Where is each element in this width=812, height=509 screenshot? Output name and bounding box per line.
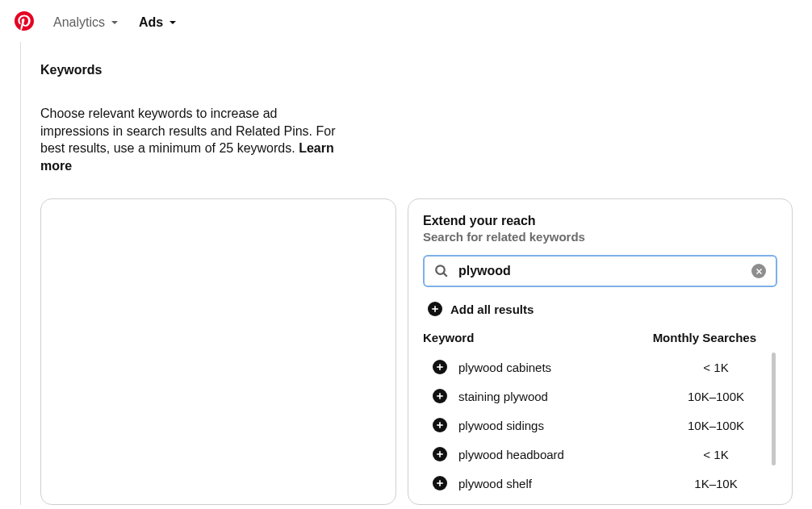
nav-analytics[interactable]: Analytics	[53, 15, 119, 30]
monthly-searches: 10K–100K	[676, 419, 756, 432]
pinterest-logo-icon[interactable]	[15, 11, 34, 34]
chevron-down-icon	[168, 18, 178, 27]
col-searches-label: Monthly Searches	[653, 331, 756, 344]
page-title: Keywords	[40, 63, 793, 77]
result-row: staining plywood10K–100K	[423, 382, 777, 411]
keyword-text: plywood shelf	[458, 477, 676, 490]
keyword-text: plywood headboard	[458, 448, 676, 461]
monthly-searches: < 1K	[676, 361, 756, 374]
add-keyword-button[interactable]	[433, 476, 447, 490]
help-text: Choose relevant keywords to increase ad …	[40, 105, 339, 174]
chevron-down-icon	[110, 18, 119, 27]
nav-ads[interactable]: Ads	[139, 15, 178, 30]
result-row: plywood cabinets< 1K	[423, 353, 777, 382]
plus-icon	[428, 302, 442, 316]
add-keyword-button[interactable]	[433, 447, 447, 461]
selected-keywords-pane[interactable]	[40, 198, 396, 505]
results-header: Keyword Monthly Searches	[423, 331, 777, 353]
plus-icon	[436, 479, 444, 487]
monthly-searches: 1K–10K	[676, 477, 756, 490]
col-keyword-label: Keyword	[423, 331, 474, 344]
keyword-search-box	[423, 255, 777, 287]
top-header: Analytics Ads	[0, 0, 812, 42]
keyword-text: staining plywood	[458, 390, 676, 403]
add-all-button[interactable]: Add all results	[428, 302, 777, 316]
result-row: plywood sidings10K–100K	[423, 411, 777, 440]
search-icon	[434, 264, 449, 278]
monthly-searches: 10K–100K	[676, 390, 756, 403]
keyword-text: plywood cabinets	[458, 361, 676, 374]
add-all-label: Add all results	[450, 302, 534, 316]
add-keyword-button[interactable]	[433, 389, 447, 403]
close-icon	[755, 268, 763, 275]
results-list: plywood cabinets< 1Kstaining plywood10K–…	[423, 353, 777, 498]
reach-subtitle: Search for related keywords	[423, 230, 777, 244]
search-input[interactable]	[458, 264, 742, 278]
svg-point-0	[436, 266, 445, 275]
add-keyword-button[interactable]	[433, 360, 447, 374]
svg-line-1	[444, 273, 447, 277]
plus-icon	[436, 392, 444, 400]
reach-title: Extend your reach	[423, 214, 777, 228]
clear-search-button[interactable]	[751, 264, 766, 278]
nav-ads-label: Ads	[139, 15, 163, 30]
result-row: plywood shelf1K–10K	[423, 469, 777, 498]
plus-icon	[436, 421, 444, 429]
plus-icon	[436, 450, 444, 458]
nav-analytics-label: Analytics	[53, 15, 105, 30]
keyword-text: plywood sidings	[458, 419, 676, 432]
left-rail	[0, 42, 21, 505]
scrollbar[interactable]	[772, 353, 776, 465]
monthly-searches: < 1K	[676, 448, 756, 461]
add-keyword-button[interactable]	[433, 418, 447, 432]
result-row: plywood headboard< 1K	[423, 440, 777, 469]
keyword-search-pane: Extend your reach Search for related key…	[408, 198, 793, 505]
plus-icon	[436, 363, 444, 371]
